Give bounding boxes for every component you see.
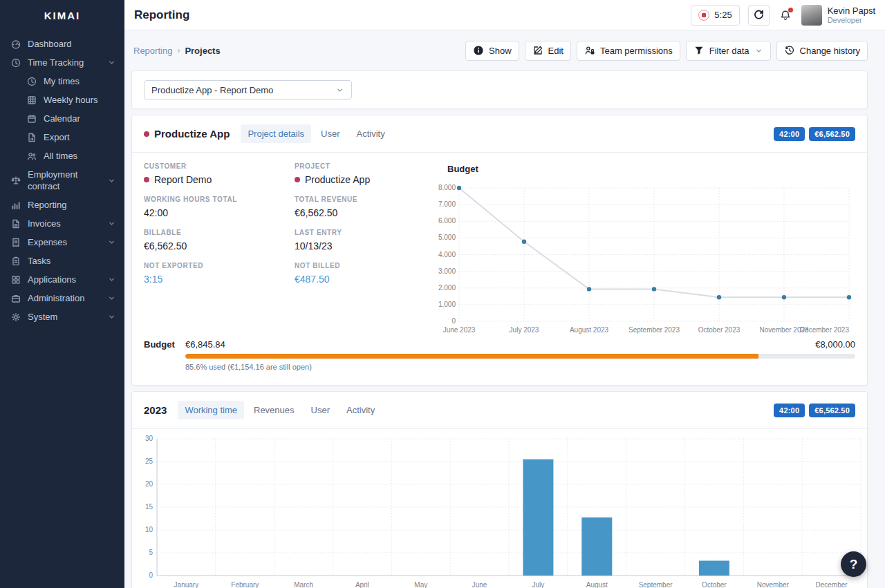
- breadcrumb-separator: ›: [177, 46, 180, 55]
- team-permissions-button[interactable]: Team permissions: [577, 41, 680, 61]
- svg-text:2.000: 2.000: [438, 284, 456, 292]
- detail-label: Not exported: [144, 262, 295, 269]
- tab-activity[interactable]: Activity: [339, 401, 382, 419]
- chevron-down-icon: [335, 86, 344, 95]
- sidebar-item-administration[interactable]: Administration: [0, 289, 124, 307]
- app-root: KIMAI DashboardTime TrackingMy timesWeek…: [0, 0, 885, 588]
- project-section-head: Productize App Project detailsUserActivi…: [132, 115, 867, 153]
- year-section: 2023 Working timeRevenuesUserActivity 42…: [131, 391, 868, 588]
- show-button[interactable]: Show: [465, 41, 519, 61]
- notifications-button[interactable]: [778, 8, 793, 23]
- filter-data-button[interactable]: Filter data: [686, 41, 771, 61]
- svg-text:August 2023: August 2023: [570, 326, 609, 334]
- sidebar: KIMAI DashboardTime TrackingMy timesWeek…: [0, 0, 124, 588]
- sidebar-item-time-tracking[interactable]: Time Tracking: [0, 53, 124, 72]
- sidebar-item-expenses[interactable]: Expenses: [0, 233, 124, 252]
- sidebar-item-label: Dashboard: [28, 38, 72, 50]
- svg-text:30: 30: [145, 435, 153, 442]
- breadcrumb: Reporting › Projects: [133, 46, 221, 56]
- svg-text:May: May: [414, 581, 427, 588]
- svg-text:March: March: [294, 581, 313, 588]
- chevron-down-icon: [754, 46, 763, 55]
- svg-text:January: January: [174, 581, 199, 588]
- sidebar-item-calendar[interactable]: Calendar: [0, 109, 124, 128]
- project-badges: 42:00€6,562.50: [774, 127, 855, 141]
- sidebar-item-reporting[interactable]: Reporting: [0, 196, 124, 214]
- detail-value-text: 42:00: [144, 207, 168, 218]
- detail-value: €6,562.50: [295, 207, 429, 218]
- sidebar-item-label: Calendar: [44, 113, 80, 124]
- detail-value: 10/13/23: [295, 240, 429, 252]
- svg-text:December 2023: December 2023: [800, 326, 850, 334]
- apps-icon: [10, 274, 21, 285]
- svg-text:5.000: 5.000: [438, 234, 456, 241]
- refresh-button[interactable]: [748, 5, 770, 26]
- status-dot: [144, 177, 149, 182]
- detail-label: Working hours total: [144, 196, 295, 203]
- toolbar: ShowEditTeam permissionsFilter dataChang…: [465, 41, 868, 61]
- detail-value[interactable]: €487.50: [295, 274, 429, 285]
- clipboard-icon: [10, 256, 21, 267]
- detail-label: Billable: [144, 229, 295, 236]
- svg-text:3.000: 3.000: [438, 267, 456, 275]
- project-select-value: Productize App - Report Demo: [151, 85, 273, 95]
- svg-text:0: 0: [451, 317, 456, 325]
- change-history-button[interactable]: Change history: [776, 41, 868, 61]
- svg-text:November: November: [757, 581, 790, 588]
- tab-user[interactable]: User: [304, 401, 337, 419]
- invoice-icon: [10, 218, 21, 229]
- detail-value-text: 3:15: [144, 274, 162, 285]
- tab-working-time[interactable]: Working time: [178, 401, 244, 419]
- project-select[interactable]: Productize App - Report Demo: [144, 80, 352, 99]
- sidebar-item-label: System: [28, 311, 57, 323]
- clock-icon: [26, 76, 37, 87]
- sidebar-item-label: Reporting: [28, 199, 66, 211]
- sidebar-item-system[interactable]: System: [0, 307, 124, 326]
- budget-chart: 01.0002.0003.0004.0005.0006.0007.0008.00…: [438, 180, 861, 336]
- sidebar-item-export[interactable]: Export: [0, 128, 124, 146]
- sidebar-item-label: Employment contract: [28, 169, 101, 192]
- project-status-dot: [144, 131, 149, 137]
- tab-project-details[interactable]: Project details: [241, 124, 311, 143]
- breadcrumb-link-reporting[interactable]: Reporting: [133, 46, 172, 56]
- sidebar-item-my-times[interactable]: My times: [0, 72, 124, 91]
- working-time-chart: 051015202530JanuaryFebruaryMarchAprilMay…: [132, 429, 867, 588]
- sidebar-item-invoices[interactable]: Invoices: [0, 214, 124, 233]
- svg-text:December: December: [816, 581, 848, 588]
- chevron-down-icon: [107, 176, 116, 185]
- edit-button[interactable]: Edit: [525, 41, 571, 61]
- sidebar-item-tasks[interactable]: Tasks: [0, 252, 124, 270]
- project-section-title: Productize App: [144, 128, 230, 140]
- clock-icon: [10, 57, 21, 68]
- sidebar-item-all-times[interactable]: All times: [0, 146, 124, 165]
- user-menu[interactable]: Kevin Papst Developer: [801, 5, 875, 26]
- svg-text:October: October: [702, 581, 727, 588]
- sidebar-item-weekly-hours[interactable]: Weekly hours: [0, 91, 124, 109]
- budget-chart-title: Budget: [447, 164, 861, 174]
- sidebar-item-dashboard[interactable]: Dashboard: [0, 35, 124, 53]
- budget-progress-track: [185, 354, 855, 359]
- budget-caption: 85.6% used (€1,154.16 are still open): [185, 363, 855, 371]
- stop-timer-icon: [698, 10, 709, 21]
- budget-chart-block: Budget 01.0002.0003.0004.0005.0006.0007.…: [438, 162, 861, 336]
- detail-value-text: €6,562.50: [295, 207, 337, 218]
- svg-text:1.000: 1.000: [438, 301, 456, 308]
- tab-activity[interactable]: Activity: [350, 124, 392, 143]
- detail-label: Project: [295, 162, 429, 170]
- gear-icon: [10, 312, 21, 323]
- topbar-right: 5:25 Kevin Papst Developer: [691, 5, 875, 26]
- budget-progress-label: Budget: [144, 339, 174, 371]
- help-button[interactable]: ?: [841, 551, 866, 577]
- sidebar-item-employment-contract[interactable]: Employment contract: [0, 165, 124, 196]
- notification-dot: [788, 8, 793, 12]
- page-head: Reporting › Projects ShowEditTeam permis…: [131, 40, 868, 61]
- sidebar-item-applications[interactable]: Applications: [0, 270, 124, 289]
- user-info: Kevin Papst Developer: [828, 6, 875, 24]
- status-dot: [295, 177, 300, 182]
- timer-button[interactable]: 5:25: [691, 5, 739, 26]
- sidebar-item-label: Weekly hours: [44, 94, 98, 106]
- users-icon: [26, 151, 37, 162]
- tab-revenues[interactable]: Revenues: [247, 401, 301, 419]
- tab-user[interactable]: User: [314, 124, 346, 143]
- detail-value[interactable]: 3:15: [144, 274, 295, 285]
